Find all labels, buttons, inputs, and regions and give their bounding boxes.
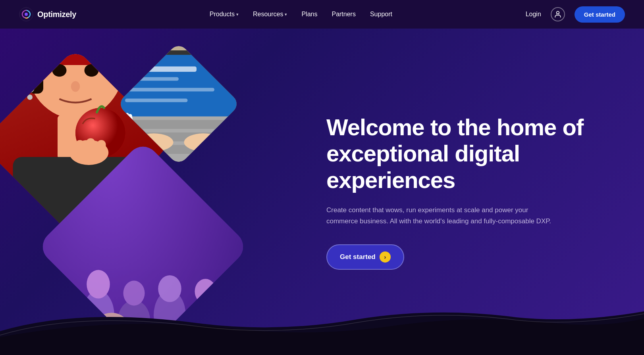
login-button[interactable]: Login — [526, 11, 541, 18]
nav-right: Login Get started — [526, 6, 625, 23]
logo[interactable]: Optimizely — [19, 7, 76, 21]
svg-point-9 — [85, 64, 99, 77]
nav-plans[interactable]: Plans — [301, 11, 317, 18]
svg-rect-16 — [75, 140, 85, 160]
svg-rect-5 — [22, 51, 129, 65]
chevron-down-icon: ▾ — [285, 12, 287, 17]
bottom-wave — [0, 276, 644, 355]
svg-rect-27 — [125, 88, 214, 92]
svg-point-20 — [27, 94, 33, 100]
svg-rect-17 — [86, 138, 95, 160]
svg-rect-7 — [29, 58, 43, 94]
nav-products[interactable]: Products ▾ — [210, 11, 239, 18]
hero-subtitle: Create content that wows, run experiment… — [326, 204, 557, 226]
hero-cta-button[interactable]: Get started › — [326, 244, 404, 270]
hero-title: Welcome to the home of exceptional digit… — [326, 114, 596, 193]
hero-section: NY — [0, 29, 644, 355]
svg-point-10 — [71, 81, 80, 92]
nav-links: Products ▾ Resources ▾ Plans Partners Su… — [210, 11, 392, 18]
logo-text: Optimizely — [37, 10, 76, 19]
navbar: Optimizely Products ▾ Resources ▾ Plans … — [0, 0, 644, 29]
svg-rect-18 — [97, 140, 106, 160]
hero-content: Welcome to the home of exceptional digit… — [326, 114, 596, 269]
svg-point-1 — [25, 13, 28, 16]
svg-rect-26 — [125, 77, 179, 81]
user-icon[interactable] — [551, 7, 565, 21]
svg-point-34 — [184, 133, 224, 151]
get-started-button[interactable]: Get started — [575, 6, 625, 23]
svg-rect-28 — [125, 99, 188, 102]
svg-point-19 — [25, 84, 35, 93]
nav-support[interactable]: Support — [370, 11, 392, 18]
logo-icon — [19, 7, 33, 21]
cta-arrow-icon: › — [380, 251, 391, 263]
chevron-down-icon: ▾ — [236, 12, 239, 17]
nav-resources[interactable]: Resources ▾ — [253, 11, 287, 18]
nav-partners[interactable]: Partners — [332, 11, 355, 18]
svg-point-8 — [52, 64, 67, 77]
svg-rect-25 — [125, 67, 197, 72]
